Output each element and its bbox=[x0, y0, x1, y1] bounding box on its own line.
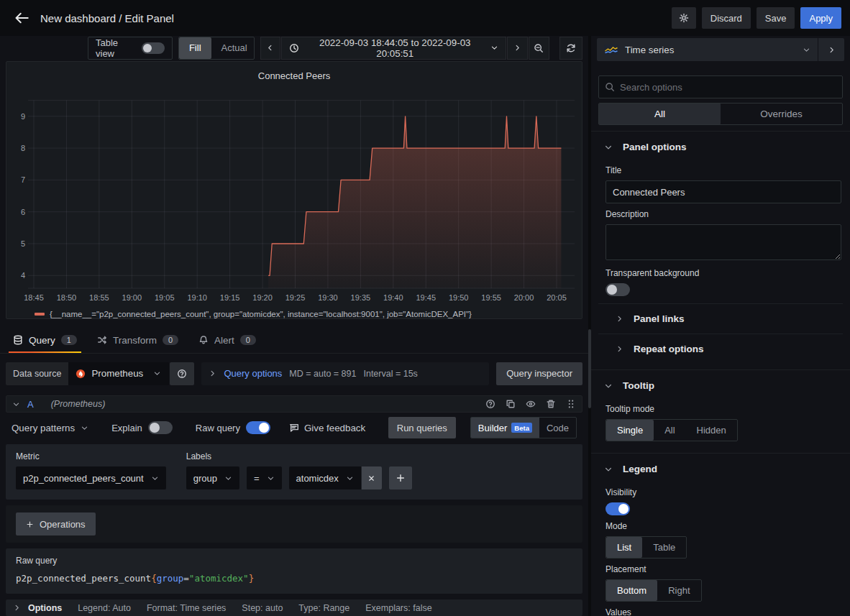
time-picker-group: 2022-09-03 18:44:05 to 2022-09-03 20:05:… bbox=[260, 37, 549, 60]
raw-query-card: Raw query p2p_connected_peers_count{grou… bbox=[6, 548, 582, 594]
panel-links-section[interactable]: Panel links bbox=[598, 303, 843, 334]
chevron-right-icon bbox=[616, 345, 623, 353]
tab-all[interactable]: All bbox=[599, 104, 721, 124]
drag-handle-icon[interactable] bbox=[566, 399, 576, 409]
add-operations-button[interactable]: Operations bbox=[16, 512, 96, 535]
give-feedback-button[interactable]: Give feedback bbox=[289, 423, 365, 433]
legend-mode-list[interactable]: List bbox=[606, 537, 642, 558]
table-view-toggle[interactable] bbox=[142, 42, 165, 54]
legend-values-label: Values bbox=[605, 607, 841, 616]
label-value-value: atomicdex bbox=[296, 473, 339, 484]
svg-text:20:00: 20:00 bbox=[514, 293, 534, 302]
panel-preview-title: Connected Peers bbox=[6, 62, 582, 89]
query-options-bar[interactable]: Query options MD = auto = 891 Interval =… bbox=[201, 362, 489, 385]
svg-text:19:35: 19:35 bbox=[351, 293, 371, 302]
visualization-picker[interactable]: Time series bbox=[597, 38, 818, 61]
tooltip-mode-hidden[interactable]: Hidden bbox=[686, 420, 737, 441]
help-circle-icon bbox=[177, 369, 187, 379]
legend-section-header[interactable]: Legend bbox=[598, 454, 843, 482]
legend-placement-bottom[interactable]: Bottom bbox=[606, 580, 657, 601]
scrollbar-thumb[interactable] bbox=[588, 329, 591, 408]
legend-mode-table[interactable]: Table bbox=[642, 537, 686, 558]
transparent-background-field: Transparent background bbox=[598, 262, 843, 296]
builder-mode-button[interactable]: Builder Beta bbox=[471, 418, 539, 438]
explain-toggle[interactable] bbox=[148, 421, 173, 434]
tab-query[interactable]: Query 1 bbox=[6, 335, 84, 353]
run-queries-button[interactable]: Run queries bbox=[388, 417, 456, 438]
display-mode-group: Fill Actual bbox=[178, 37, 255, 60]
tab-query-count: 1 bbox=[61, 335, 77, 345]
collapse-chevron-icon[interactable] bbox=[12, 400, 20, 408]
datasource-picker[interactable]: Prometheus bbox=[68, 362, 169, 385]
raw-query-toggle[interactable] bbox=[246, 421, 270, 434]
tab-transform-count: 0 bbox=[163, 335, 178, 345]
remove-label-filter-button[interactable] bbox=[362, 466, 382, 489]
tab-transform[interactable]: Transform 0 bbox=[90, 335, 186, 353]
panel-options-title: Panel options bbox=[623, 142, 687, 152]
time-range-button[interactable]: 2022-09-03 18:44:05 to 2022-09-03 20:05:… bbox=[281, 37, 506, 60]
tab-alert-count: 0 bbox=[240, 335, 256, 345]
legend-series-label[interactable]: {__name__="p2p_connected_peers_count", g… bbox=[50, 310, 472, 318]
query-patterns-button[interactable]: Query patterns bbox=[12, 423, 88, 433]
repeat-options-section[interactable]: Repeat options bbox=[598, 334, 843, 364]
raw-query-toggle-label: Raw query bbox=[196, 423, 240, 433]
query-ref-id[interactable]: A bbox=[27, 399, 34, 410]
legend-placement-right[interactable]: Right bbox=[657, 580, 700, 601]
transparent-background-toggle[interactable] bbox=[605, 283, 630, 296]
title-field: Title bbox=[598, 160, 843, 203]
search-icon bbox=[605, 82, 615, 92]
metric-select[interactable]: p2p_connected_peers_count bbox=[16, 466, 166, 489]
options-expand-button[interactable]: Options bbox=[13, 603, 62, 613]
apply-button[interactable]: Apply bbox=[800, 7, 841, 29]
tooltip-mode-label: Tooltip mode bbox=[605, 404, 841, 414]
time-shift-back-button[interactable] bbox=[260, 37, 281, 60]
display-mode-actual[interactable]: Actual bbox=[211, 37, 255, 59]
panel-title-input[interactable] bbox=[605, 180, 841, 203]
options-search-input[interactable] bbox=[620, 82, 836, 93]
discard-button[interactable]: Discard bbox=[702, 7, 751, 29]
tooltip-mode-single[interactable]: Single bbox=[606, 420, 654, 441]
beta-badge: Beta bbox=[511, 423, 532, 433]
label-value-select[interactable]: atomicdex bbox=[289, 466, 361, 489]
back-button[interactable] bbox=[10, 6, 33, 29]
tab-alert[interactable]: Alert 0 bbox=[191, 335, 263, 353]
time-shift-forward-button[interactable] bbox=[507, 37, 528, 60]
chevron-down-icon bbox=[346, 474, 354, 482]
viz-suggestions-button[interactable] bbox=[818, 38, 844, 61]
pane-splitter[interactable] bbox=[588, 36, 591, 616]
query-inspector-button[interactable]: Query inspector bbox=[496, 362, 582, 385]
tooltip-section-header[interactable]: Tooltip bbox=[598, 370, 843, 398]
datasource-help-button[interactable] bbox=[170, 362, 194, 385]
add-label-filter-button[interactable] bbox=[389, 466, 412, 489]
query-datasource-hint: (Prometheus) bbox=[51, 399, 106, 409]
label-operator-select[interactable]: = bbox=[247, 466, 282, 489]
refresh-button[interactable] bbox=[559, 37, 582, 60]
label-name-select[interactable]: group bbox=[186, 466, 239, 489]
query-row-actions bbox=[485, 399, 576, 409]
zoom-out-time-button[interactable] bbox=[529, 37, 549, 60]
raw-query-label: Raw query bbox=[16, 556, 572, 566]
svg-text:19:10: 19:10 bbox=[187, 293, 207, 302]
panel-description-input[interactable] bbox=[605, 224, 841, 260]
tooltip-mode-all[interactable]: All bbox=[654, 420, 685, 441]
save-button[interactable]: Save bbox=[757, 7, 795, 29]
topbar-actions: Discard Save Apply bbox=[672, 7, 841, 29]
panel-options-header[interactable]: Panel options bbox=[598, 132, 843, 160]
timeseries-chart[interactable]: 18:4518:5018:5519:0019:0519:1019:1519:20… bbox=[6, 89, 582, 306]
options-sidebar: Time series All Overrides Panel options … bbox=[591, 36, 850, 616]
legend-visibility-toggle[interactable] bbox=[605, 502, 630, 515]
panel-links-label: Panel links bbox=[634, 313, 685, 324]
datasource-label: Data source bbox=[6, 362, 68, 385]
query-options-label[interactable]: Query options bbox=[224, 368, 282, 379]
panel-settings-button[interactable] bbox=[672, 7, 696, 29]
legend-series-swatch[interactable] bbox=[35, 313, 45, 316]
duplicate-icon[interactable] bbox=[506, 399, 516, 409]
tab-overrides[interactable]: Overrides bbox=[721, 104, 842, 124]
svg-text:18:50: 18:50 bbox=[57, 293, 77, 302]
display-mode-fill[interactable]: Fill bbox=[179, 37, 211, 59]
tooltip-mode-group: Single All Hidden bbox=[605, 419, 738, 441]
eye-icon[interactable] bbox=[526, 399, 536, 409]
code-mode-button[interactable]: Code bbox=[539, 418, 576, 438]
help-circle-icon[interactable] bbox=[485, 399, 495, 409]
trash-icon[interactable] bbox=[546, 399, 556, 409]
